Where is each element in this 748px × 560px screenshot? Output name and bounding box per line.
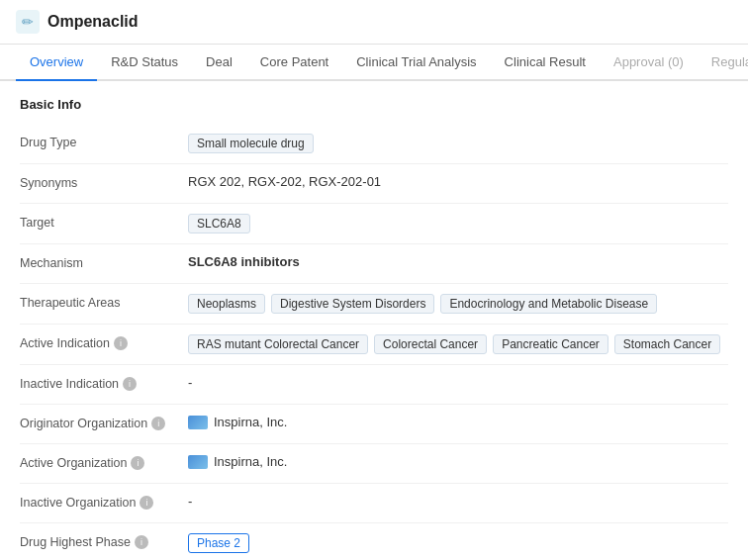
active-org-info-icon[interactable]: i — [131, 456, 144, 470]
originator-org-value: Inspirna, Inc. — [188, 415, 728, 429]
overview-content: Basic Info Drug Type Small molecule drug… — [0, 81, 748, 560]
tab-regulation: Regulation (0) — [698, 45, 748, 81]
tab-clinical-trial-analysis[interactable]: Clinical Trial Analysis — [342, 45, 490, 81]
target-label: Target — [20, 214, 188, 230]
mechanism-value: SLC6A8 inhibitors — [188, 254, 728, 269]
target-tag[interactable]: SLC6A8 — [188, 214, 250, 233]
inactive-org-row: Inactive Organization i - — [20, 484, 728, 523]
page-title: Ompenaclid — [47, 13, 139, 31]
active-org-label: Active Organization i — [20, 454, 188, 470]
inactive-org-dash: - — [188, 494, 192, 509]
mechanism-row: Mechanism SLC6A8 inhibitors — [20, 244, 728, 284]
target-row: Target SLC6A8 — [20, 204, 728, 244]
mechanism-text: SLC6A8 inhibitors — [188, 254, 300, 269]
tab-rd-status[interactable]: R&D Status — [97, 45, 192, 81]
active-indication-label: Active Indication i — [20, 334, 188, 350]
inactive-indication-label: Inactive Indication i — [20, 375, 188, 391]
synonyms-value: RGX 202, RGX-202, RGX-202-01 — [188, 174, 728, 189]
indication-tag-0[interactable]: RAS mutant Colorectal Cancer — [188, 334, 368, 354]
inactive-indication-row: Inactive Indication i - — [20, 365, 728, 405]
originator-logo-img — [188, 416, 208, 429]
active-indication-value: RAS mutant Colorectal Cancer Colorectal … — [188, 334, 728, 354]
mechanism-label: Mechanism — [20, 254, 188, 270]
inactive-indication-dash: - — [188, 375, 192, 390]
tab-overview[interactable]: Overview — [16, 45, 97, 81]
originator-org-label: Originator Organization i — [20, 415, 188, 430]
drug-highest-phase-label: Drug Highest Phase i — [20, 533, 188, 549]
page-header: ✏ Ompenaclid — [0, 0, 748, 45]
active-org-row: Active Organization i Inspirna, Inc. — [20, 444, 728, 484]
therapeutic-areas-value: Neoplasms Digestive System Disorders End… — [188, 294, 728, 314]
drug-icon: ✏ — [16, 10, 40, 34]
synonyms-row: Synonyms RGX 202, RGX-202, RGX-202-01 — [20, 164, 728, 204]
inactive-org-label: Inactive Organization i — [20, 494, 188, 510]
active-org-logo[interactable]: Inspirna, Inc. — [188, 454, 287, 469]
phase-tag[interactable]: Phase 2 — [188, 533, 249, 553]
originator-org-name: Inspirna, Inc. — [214, 415, 287, 429]
therapeutic-tag-0[interactable]: Neoplasms — [188, 294, 265, 314]
indication-tag-1[interactable]: Colorectal Cancer — [374, 334, 487, 354]
active-org-logo-img — [188, 455, 208, 469]
drug-highest-phase-row: Drug Highest Phase i Phase 2 — [20, 523, 728, 560]
active-indication-row: Active Indication i RAS mutant Colorecta… — [20, 325, 728, 365]
therapeutic-tag-1[interactable]: Digestive System Disorders — [271, 294, 434, 314]
tab-approval: Approval (0) — [600, 45, 698, 81]
drug-highest-phase-info-icon[interactable]: i — [135, 535, 148, 549]
indication-tag-3[interactable]: Stomach Cancer — [614, 334, 720, 354]
tab-deal[interactable]: Deal — [192, 45, 246, 81]
tab-clinical-result[interactable]: Clinical Result — [491, 45, 600, 81]
inactive-indication-value: - — [188, 375, 728, 390]
originator-org-row: Originator Organization i Inspirna, Inc. — [20, 405, 728, 444]
drug-type-label: Drug Type — [20, 134, 188, 149]
drug-type-value: Small molecule drug — [188, 134, 728, 153]
indication-tag-2[interactable]: Pancreatic Cancer — [493, 334, 608, 354]
drug-highest-phase-value: Phase 2 — [188, 533, 728, 553]
therapeutic-areas-row: Therapeutic Areas Neoplasms Digestive Sy… — [20, 284, 728, 325]
tab-core-patent[interactable]: Core Patent — [246, 45, 342, 81]
target-value: SLC6A8 — [188, 214, 728, 233]
originator-org-info-icon[interactable]: i — [151, 417, 165, 430]
active-org-value: Inspirna, Inc. — [188, 454, 728, 469]
active-indication-info-icon[interactable]: i — [114, 336, 128, 350]
synonyms-label: Synonyms — [20, 174, 188, 190]
therapeutic-areas-label: Therapeutic Areas — [20, 294, 188, 310]
synonyms-text: RGX 202, RGX-202, RGX-202-01 — [188, 174, 381, 189]
nav-tabs: Overview R&D Status Deal Core Patent Cli… — [0, 45, 748, 81]
therapeutic-tag-2[interactable]: Endocrinology and Metabolic Disease — [440, 294, 657, 314]
inactive-org-info-icon[interactable]: i — [140, 496, 153, 510]
drug-type-tag[interactable]: Small molecule drug — [188, 134, 314, 153]
originator-org-logo[interactable]: Inspirna, Inc. — [188, 415, 287, 429]
drug-type-row: Drug Type Small molecule drug — [20, 124, 728, 164]
section-title: Basic Info — [20, 97, 728, 112]
active-org-name: Inspirna, Inc. — [214, 454, 287, 469]
inactive-indication-info-icon[interactable]: i — [123, 377, 137, 391]
inactive-org-value: - — [188, 494, 728, 509]
